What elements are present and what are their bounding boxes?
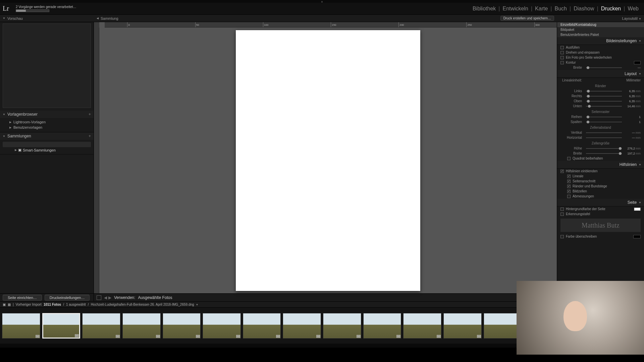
ruler-horizontal: 0 50 100 150 200 250 300	[105, 22, 557, 27]
module-book[interactable]: Buch	[552, 6, 570, 12]
filmstrip-thumb[interactable]: ⬚	[203, 313, 241, 339]
style-custom[interactable]: Benutzerdefiniertes Paket	[557, 32, 644, 37]
page-bg-swatch[interactable]	[634, 207, 641, 211]
module-slideshow[interactable]: Diashow	[571, 6, 597, 12]
rows-slider[interactable]	[586, 117, 622, 117]
filmstrip-thumb[interactable]: ⬚	[363, 313, 401, 339]
override-color-checkbox[interactable]	[560, 235, 564, 238]
chevron-down-icon[interactable]: ▼	[3, 17, 5, 20]
module-library[interactable]: Bibliothek	[470, 6, 498, 12]
filmstrip-thumb[interactable]: ⬚	[122, 313, 161, 339]
top-bar: Lr 2 Vorgänge werden gerade verarbeitet……	[0, 3, 644, 15]
style-single[interactable]: Einzelbild/Kontaktabzug	[557, 22, 644, 27]
module-print[interactable]: Drucken	[598, 6, 624, 12]
print-page[interactable]	[236, 30, 420, 291]
add-collection-icon[interactable]: +	[89, 134, 91, 138]
chevron-down-icon[interactable]: ▼	[639, 17, 641, 20]
left-button-bar: Seite einrichten… Druckeinstellungen…	[0, 293, 94, 301]
module-web[interactable]: Web	[625, 6, 641, 12]
guides-header[interactable]: Hilfslinien▼	[557, 161, 644, 169]
ruler-vertical	[94, 27, 99, 293]
identity-plate-checkbox[interactable]	[560, 213, 564, 216]
guide-rulers-checkbox[interactable]: ✓	[567, 175, 571, 178]
guide-dims-checkbox[interactable]	[567, 195, 571, 198]
collections-header[interactable]: ▼Sammlungen +	[0, 132, 94, 140]
create-saved-print-button[interactable]: Druck erstellen und speichern…	[500, 16, 554, 21]
collection-filter-input[interactable]	[3, 142, 91, 147]
zoom-fill-checkbox[interactable]	[560, 46, 564, 49]
template-folder-user[interactable]: ▶Benutzervorlagen	[0, 125, 94, 130]
module-map[interactable]: Karte	[532, 6, 550, 12]
guide-cells-checkbox[interactable]: ✓	[567, 190, 571, 193]
print-settings-button[interactable]: Druckeinstellungen…	[45, 295, 90, 301]
module-switcher: Bibliothek| Entwickeln| Karte| Buch| Dia…	[470, 6, 641, 12]
progress-label: 2 Vorgänge werden gerade verarbeitet…	[16, 5, 76, 9]
grid-view-icon[interactable]: ▦	[8, 303, 11, 306]
filmstrip-thumb[interactable]: ⬚	[323, 313, 361, 339]
guide-bleed-checkbox[interactable]: ✓	[567, 180, 571, 183]
margin-left-slider[interactable]	[586, 91, 622, 92]
sub-header: ▼Vorschau ◀Sammlung Druck erstellen und …	[0, 15, 644, 22]
selected-count: 1 ausgewählt	[66, 303, 86, 306]
margin-bottom-slider[interactable]	[586, 106, 622, 107]
add-template-icon[interactable]: +	[89, 112, 91, 117]
cell-width-slider[interactable]	[586, 153, 622, 154]
ruler-unit-dropdown[interactable]: Millimeter	[626, 78, 641, 82]
stroke-checkbox[interactable]	[560, 61, 564, 64]
use-dropdown[interactable]: Ausgewählte Fotos	[138, 295, 172, 300]
chevron-left-icon[interactable]: ◀	[97, 17, 99, 20]
page-bg-checkbox[interactable]	[560, 207, 564, 211]
filmstrip-thumb[interactable]: ⬚	[403, 313, 441, 339]
filmstrip-thumb[interactable]: ⬚	[243, 313, 281, 339]
photo-count: 1011 Fotos	[44, 303, 61, 306]
image-settings-header[interactable]: Bildeinstellungen▼	[557, 37, 644, 45]
current-file-path: Hochzeit-Ludwigshafen-Full-Benkesser-26.…	[91, 303, 194, 306]
stroke-width-slider[interactable]	[586, 67, 622, 68]
override-color-swatch[interactable]	[633, 235, 641, 238]
filmstrip-thumb[interactable]: ⬚	[163, 313, 201, 339]
center-toolbar: ◀▶ Verwenden: Ausgewählte Fotos	[94, 293, 557, 301]
secondary-display-icon[interactable]: ▣	[3, 303, 6, 306]
layout-header[interactable]: Layout▼	[557, 70, 644, 78]
top-collapse-handle[interactable]: ▲	[0, 0, 644, 3]
filmstrip-thumb[interactable]: ⬚	[42, 313, 80, 339]
collection-title: Sammlung	[101, 16, 118, 20]
page-setup-button[interactable]: Seite einrichten…	[3, 295, 42, 301]
layout-style-title: Layoutstil	[622, 16, 638, 20]
page-header[interactable]: Seite▼	[557, 199, 644, 206]
cell-spacing-h-slider[interactable]	[586, 137, 622, 138]
filmstrip-thumb[interactable]: ⬚	[2, 313, 40, 339]
keep-square-checkbox[interactable]	[567, 157, 571, 160]
guide-margins-checkbox[interactable]: ✓	[567, 185, 571, 188]
canvas: 0 50 100 150 200 250 300 ◀▶ Verwenden: A…	[94, 22, 557, 301]
rotate-fit-checkbox[interactable]	[560, 51, 564, 54]
right-panel: Einzelbild/Kontaktabzug Bildpaket Benutz…	[557, 22, 644, 301]
margin-right-slider[interactable]	[586, 96, 622, 97]
stroke-color-swatch[interactable]	[634, 61, 641, 64]
filmstrip-thumb[interactable]: ⬚	[484, 313, 522, 339]
filmstrip-thumb[interactable]: ⬚	[82, 313, 120, 339]
filmstrip-thumb[interactable]: ⬚	[443, 313, 482, 339]
margin-top-slider[interactable]	[586, 101, 622, 102]
show-guides-checkbox[interactable]: ✓	[560, 170, 564, 173]
progress-indicator: 2 Vorgänge werden gerade verarbeitet…	[16, 5, 76, 12]
cols-slider[interactable]	[586, 122, 622, 122]
template-browser-header[interactable]: ▼Vorlagenbrowser +	[0, 111, 94, 118]
template-preview	[3, 23, 91, 108]
cell-spacing-v-slider[interactable]	[586, 132, 622, 133]
layout-style-list: Einzelbild/Kontaktabzug Bildpaket Benutz…	[557, 22, 644, 37]
smart-collections-item[interactable]: ▶▣Smart-Sammlungen	[0, 148, 94, 152]
app-logo: Lr	[3, 5, 9, 12]
template-folder-lightroom[interactable]: ▶Lightroom-Vorlagen	[0, 119, 94, 125]
next-page-icon[interactable]: ▶	[108, 295, 111, 300]
stop-icon[interactable]	[97, 295, 101, 300]
style-package[interactable]: Bildpaket	[557, 27, 644, 32]
repeat-photo-checkbox[interactable]	[560, 56, 564, 59]
progress-bar	[16, 9, 49, 12]
module-develop[interactable]: Entwickeln	[500, 6, 531, 12]
prev-page-icon[interactable]: ◀	[104, 295, 107, 300]
cell-height-slider[interactable]	[586, 148, 622, 149]
filmstrip-thumb[interactable]: ⬚	[283, 313, 321, 339]
identity-plate-preview[interactable]: Matthias Butz	[560, 219, 641, 232]
prev-import-label[interactable]: Vorheriger Import	[16, 303, 42, 306]
